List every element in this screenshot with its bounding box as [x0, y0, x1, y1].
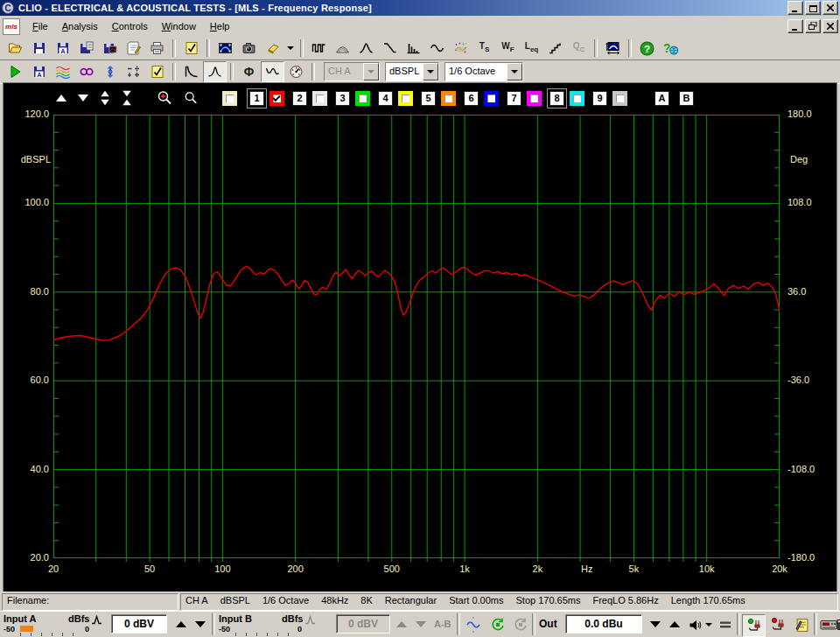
curve-button-4[interactable]: 4 — [378, 91, 393, 106]
shift-down-button[interactable] — [78, 94, 88, 102]
help-button[interactable]: ? — [635, 38, 659, 59]
meter-button[interactable] — [284, 61, 308, 82]
film-export-button[interactable] — [214, 38, 237, 59]
expand-scale-button[interactable] — [100, 90, 110, 106]
erase-dropdown-button[interactable] — [284, 38, 297, 59]
resize-graph-button[interactable] — [601, 38, 625, 59]
curve-button-1[interactable]: 1 — [249, 91, 264, 106]
curve-check-8[interactable] — [570, 91, 584, 106]
impulse-analysis-button[interactable] — [354, 38, 378, 59]
curve-check-3[interactable] — [355, 91, 370, 106]
decay-button[interactable] — [378, 38, 402, 59]
input-a-up-button[interactable] — [173, 618, 189, 631]
zoom-out-button[interactable] — [184, 91, 198, 105]
menu-item-controls[interactable]: Controls — [105, 19, 155, 33]
svg-text:?: ? — [663, 41, 670, 54]
menu-item-file[interactable]: File — [25, 19, 55, 33]
leq-button[interactable]: Leq — [520, 38, 543, 59]
wow-flutter-button[interactable]: WF — [496, 38, 520, 59]
mic-a-button[interactable] — [742, 614, 766, 637]
overlay-curves-button[interactable] — [51, 61, 74, 82]
smoothing-select[interactable]: 1/6 Octave — [444, 62, 523, 81]
compare-a-button[interactable]: A — [654, 91, 669, 106]
unit-select[interactable]: dBSPL — [385, 62, 439, 81]
shift-up-button[interactable] — [56, 94, 66, 102]
autorange-loop-a-button[interactable] — [486, 614, 508, 635]
smoothing-select-arrow[interactable] — [507, 63, 522, 80]
fft-button[interactable] — [402, 38, 425, 59]
zoom-in-button[interactable] — [157, 90, 172, 106]
child-restore-button[interactable] — [805, 19, 821, 33]
curve-button-6[interactable]: 6 — [464, 91, 479, 106]
output-levels-button[interactable] — [716, 614, 735, 635]
save-button[interactable] — [27, 38, 51, 59]
curve-button-9[interactable]: 9 — [592, 91, 607, 106]
sinusoidal-button[interactable] — [425, 38, 449, 59]
linearity-button[interactable] — [543, 38, 567, 59]
erase-button[interactable] — [261, 38, 284, 59]
minimum-phase-button[interactable] — [261, 61, 284, 82]
snapshot-button[interactable] — [237, 38, 261, 59]
go-button[interactable] — [4, 61, 27, 82]
export-data-button[interactable] — [74, 38, 98, 59]
curve-button-7[interactable]: 7 — [507, 91, 522, 106]
phase-button[interactable]: Φ — [237, 61, 261, 82]
curve-check-1[interactable] — [270, 91, 284, 106]
compress-scale-button[interactable] — [122, 90, 132, 106]
compare-b-button[interactable]: B — [679, 91, 694, 106]
child-minimize-button[interactable] — [788, 19, 803, 33]
input-a-down-button[interactable] — [192, 618, 208, 631]
frequency-response-plot[interactable] — [53, 115, 780, 563]
mls-analysis-button[interactable] — [307, 38, 331, 59]
curve-button-5[interactable]: 5 — [421, 91, 436, 106]
input-autorange-button[interactable] — [462, 614, 484, 635]
mls-settings-button-2[interactable] — [145, 61, 169, 82]
mic-settings-button[interactable] — [791, 614, 813, 635]
output-dropdown-button[interactable] — [704, 614, 714, 635]
help-online-button[interactable]: ? — [659, 38, 682, 59]
out-up-button[interactable] — [667, 618, 682, 631]
unit-select-arrow[interactable] — [423, 63, 438, 80]
expand-icon — [100, 90, 110, 106]
menu-item-window[interactable]: Window — [155, 19, 203, 33]
notes-export-button[interactable] — [122, 38, 145, 59]
curve-check-4[interactable] — [398, 91, 413, 106]
out-down-button[interactable] — [648, 618, 663, 631]
manual-button[interactable] — [833, 614, 840, 635]
export-graphics-button[interactable] — [98, 38, 122, 59]
curve-button-3[interactable]: 3 — [335, 91, 350, 106]
curve-check-2[interactable] — [312, 91, 327, 106]
curve-check-7[interactable] — [527, 91, 542, 106]
curve-button-8[interactable]: 8 — [550, 91, 564, 106]
reference-button[interactable] — [98, 61, 122, 82]
waterfall-button[interactable] — [331, 38, 354, 59]
mic-b-button[interactable] — [766, 614, 788, 635]
close-button[interactable] — [822, 1, 838, 15]
output-select-button[interactable] — [686, 614, 704, 635]
overlay-checkbox[interactable] — [222, 91, 237, 106]
out-level[interactable]: 0.0 dBu — [565, 614, 642, 634]
svg-text:A: A — [60, 47, 66, 55]
menu-item-analysis[interactable]: Analysis — [55, 19, 105, 33]
process-math-button[interactable] — [122, 61, 145, 82]
open-button[interactable] — [4, 38, 27, 59]
time-domain-button[interactable] — [179, 61, 203, 82]
menu-item-help[interactable]: Help — [203, 19, 237, 33]
curve-check-5[interactable] — [441, 91, 456, 106]
save-curve-a-button[interactable]: A — [51, 38, 74, 59]
mls-window-icon[interactable]: mls — [3, 18, 20, 35]
ts-parameters-button[interactable]: TS — [472, 38, 496, 59]
curve-check-9[interactable] — [612, 91, 627, 106]
print-button[interactable] — [145, 38, 169, 59]
child-close-button[interactable] — [822, 19, 838, 33]
curve-button-2[interactable]: 2 — [292, 91, 307, 106]
loop-mode-button[interactable] — [74, 61, 98, 82]
curve-check-6[interactable] — [484, 91, 499, 106]
frequency-domain-button[interactable] — [203, 61, 227, 82]
noise-sweep-button[interactable] — [449, 38, 472, 59]
input-a-sensitivity[interactable]: 0 dBV — [111, 614, 167, 634]
minimize-button[interactable] — [788, 1, 803, 15]
maximize-button[interactable] — [805, 1, 821, 15]
mls-settings-button[interactable] — [179, 38, 203, 59]
store-curve-button[interactable]: A — [27, 61, 51, 82]
